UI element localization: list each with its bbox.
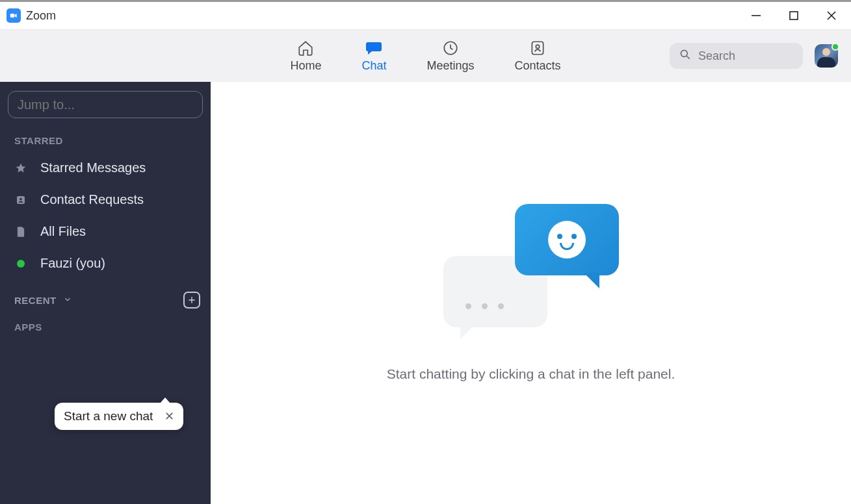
presence-dot-icon (14, 257, 27, 270)
search-box[interactable] (670, 43, 803, 69)
profile-avatar[interactable] (815, 44, 838, 68)
new-chat-tooltip: Start a new chat ✕ (55, 403, 183, 430)
sidebar-item-label: Fauzi (you) (40, 256, 105, 271)
nav-chat[interactable]: Chat (361, 40, 386, 73)
jump-to-input[interactable] (8, 91, 203, 118)
search-icon (679, 48, 692, 64)
bubble-blue-icon (515, 204, 619, 275)
chat-icon (365, 40, 382, 57)
sidebar: STARRED Starred Messages Contact Request… (0, 82, 211, 504)
nav-meetings-label: Meetings (426, 59, 474, 73)
maximize-button[interactable] (781, 6, 807, 25)
section-apps: APPS (8, 318, 203, 336)
window-title: Zoom (26, 9, 56, 23)
section-recent-row: RECENT (8, 286, 203, 314)
star-icon (14, 162, 27, 175)
nav-meetings[interactable]: Meetings (426, 40, 474, 73)
nav-home[interactable]: Home (290, 40, 321, 73)
smiley-icon (548, 221, 586, 258)
file-icon (14, 225, 27, 238)
sidebar-item-label: All Files (40, 224, 86, 239)
tooltip-close-icon[interactable]: ✕ (164, 409, 174, 423)
titlebar: Zoom (0, 0, 851, 30)
sidebar-item-contact-requests[interactable]: Contact Requests (8, 186, 203, 214)
nav-home-label: Home (290, 59, 321, 73)
section-recent-label: RECENT (14, 295, 57, 306)
sidebar-item-label: Contact Requests (40, 192, 144, 207)
app-icon (7, 8, 21, 23)
tooltip-text: Start a new chat (64, 409, 153, 423)
svg-point-11 (20, 197, 22, 200)
nav-chat-label: Chat (361, 59, 386, 73)
svg-line-9 (687, 57, 690, 59)
sidebar-item-all-files[interactable]: All Files (8, 218, 203, 246)
top-nav-right (670, 43, 838, 69)
svg-point-8 (681, 50, 687, 57)
nav-contacts[interactable]: Contacts (515, 40, 561, 73)
contact-card-icon (14, 194, 27, 207)
empty-state-text: Start chatting by clicking a chat in the… (387, 366, 675, 382)
svg-point-7 (536, 45, 539, 48)
empty-state-illustration (443, 204, 619, 334)
section-apps-label: APPS (14, 321, 42, 333)
search-input[interactable] (698, 49, 794, 63)
sidebar-item-starred-messages[interactable]: Starred Messages (8, 154, 203, 182)
top-nav: Home Chat Meetings Contacts (0, 30, 851, 82)
titlebar-left: Zoom (7, 8, 56, 23)
main-content: Start chatting by clicking a chat in the… (211, 82, 851, 504)
contacts-icon (529, 40, 546, 57)
home-icon (297, 40, 314, 57)
window-controls (743, 6, 844, 25)
sidebar-item-self[interactable]: Fauzi (you) (8, 249, 203, 277)
new-chat-button[interactable] (183, 292, 200, 309)
sidebar-item-label: Starred Messages (40, 160, 146, 175)
section-starred-label: STARRED (14, 135, 63, 146)
clock-icon (442, 40, 459, 57)
nav-contacts-label: Contacts (515, 59, 561, 73)
body: STARRED Starred Messages Contact Request… (0, 82, 851, 504)
section-recent[interactable]: RECENT (14, 295, 72, 306)
close-button[interactable] (818, 6, 844, 25)
section-starred: STARRED (8, 131, 203, 150)
minimize-button[interactable] (743, 6, 769, 25)
svg-rect-2 (790, 12, 798, 19)
nav-items: Home Chat Meetings Contacts (290, 40, 560, 73)
chevron-down-icon (63, 295, 72, 306)
svg-rect-0 (10, 14, 14, 18)
presence-indicator (831, 43, 839, 51)
